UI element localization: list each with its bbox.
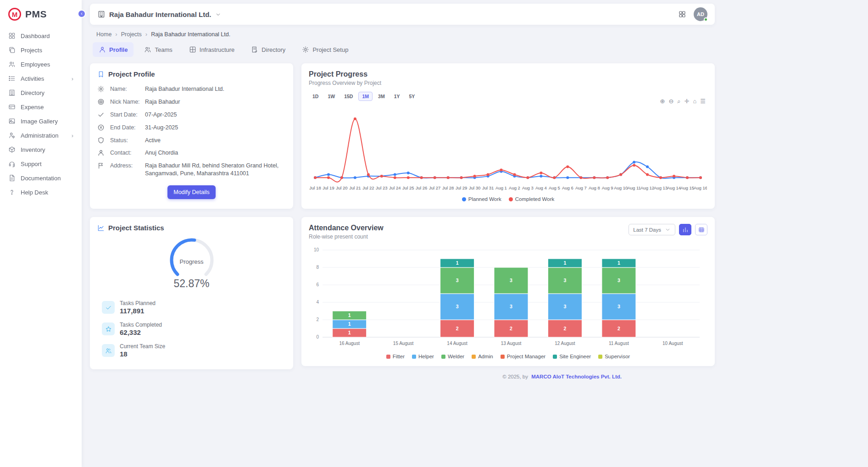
field-label: Name: — [110, 85, 140, 93]
svg-text:Jul 18: Jul 18 — [309, 185, 321, 190]
sidebar-item-support[interactable]: Support — [5, 157, 77, 171]
breadcrumb-item-home[interactable]: Home — [96, 31, 111, 38]
sidebar-item-dashboard[interactable]: Dashboard — [5, 29, 77, 43]
card-title: Attendance Overview — [309, 224, 384, 232]
sidebar-item-employees[interactable]: Employees — [5, 57, 77, 71]
breadcrumb-item-projects[interactable]: Projects — [121, 31, 142, 38]
tab-profile[interactable]: Profile — [93, 42, 134, 57]
sidebar-item-inventory[interactable]: Inventory — [5, 143, 77, 156]
svg-text:3: 3 — [563, 278, 566, 283]
stat-icon-box — [102, 322, 115, 335]
svg-text:Aug 6: Aug 6 — [562, 185, 573, 190]
tab-infrastructure[interactable]: Infrastructure — [183, 42, 241, 57]
zoom-in-icon[interactable]: ⊕ — [660, 98, 665, 104]
svg-text:16 August: 16 August — [339, 341, 360, 346]
range-1d-button[interactable]: 1D — [309, 92, 322, 101]
breadcrumb: Home›Projects›Raja Bahadur International… — [96, 31, 713, 38]
modify-details-button[interactable]: Modify Details — [167, 185, 216, 199]
svg-text:1: 1 — [348, 321, 351, 327]
sidebar-nav: Dashboard Projects Employees Activities … — [0, 26, 82, 202]
home-icon[interactable]: ⌂ — [693, 98, 696, 104]
project-statistics-title: Project Statistics — [108, 224, 164, 232]
attendance-bar-chart[interactable]: 024681011116 August15 August233114 Augus… — [309, 245, 707, 352]
chevron-right-icon: › — [72, 133, 73, 139]
svg-text:Aug 15: Aug 15 — [680, 185, 694, 190]
sidebar-item-image-gallery[interactable]: Image Gallery — [5, 114, 77, 128]
directory-check-icon — [251, 46, 258, 53]
legend-item-planned-work[interactable]: Planned Work — [462, 196, 501, 202]
zoom-icon[interactable]: ⌕ — [677, 98, 680, 104]
svg-text:Aug 9: Aug 9 — [602, 185, 613, 190]
legend-item-helper[interactable]: Helper — [412, 354, 434, 359]
legend-item-fitter[interactable]: Fitter — [386, 354, 405, 359]
employees-icon — [8, 61, 16, 68]
bar-chart-legend: Fitter Helper Welder Admin Project Manag… — [309, 354, 707, 359]
table-view-toggle-button[interactable] — [695, 224, 707, 235]
sidebar-item-documentation[interactable]: Documentation — [5, 171, 77, 185]
sidebar-item-directory[interactable]: Directory — [5, 86, 77, 100]
sidebar-item-label: Help Desk — [21, 189, 48, 196]
field-value: Active — [145, 137, 286, 145]
svg-text:Aug 11: Aug 11 — [627, 185, 640, 190]
sidebar-item-activities[interactable]: Activities › — [5, 72, 77, 85]
tab-project-setup[interactable]: Project Setup — [296, 42, 354, 57]
legend-item-site-engineer[interactable]: Site Engineer — [553, 354, 591, 359]
range-15d-button[interactable]: 15D — [340, 92, 356, 101]
field-label: Status: — [110, 137, 140, 145]
svg-text:Aug 13: Aug 13 — [654, 185, 668, 190]
field-label: Contact: — [110, 149, 140, 157]
svg-text:Jul 28: Jul 28 — [442, 185, 454, 190]
legend-item-admin[interactable]: Admin — [472, 354, 493, 359]
sidebar-item-administration[interactable]: Administration › — [5, 128, 77, 142]
sidebar-item-projects[interactable]: Projects — [5, 43, 77, 57]
range-5y-button[interactable]: 5Y — [405, 92, 418, 101]
svg-text:Jul 29: Jul 29 — [456, 185, 467, 190]
legend-item-project-manager[interactable]: Project Manager — [501, 354, 545, 359]
footer-link[interactable]: MARCO AIoT Technologies Pvt. Ltd. — [531, 374, 622, 379]
pan-icon[interactable]: ✛ — [684, 98, 690, 104]
tab-directory[interactable]: Directory — [245, 42, 291, 57]
sidebar-item-expense[interactable]: Expense — [5, 100, 77, 114]
legend-item-supervisor[interactable]: Supervisor — [598, 354, 630, 359]
legend-label: Site Engineer — [559, 354, 591, 359]
brand-logo[interactable]: M PMS — [0, 0, 82, 26]
svg-text:1: 1 — [348, 312, 351, 318]
svg-text:Aug 5: Aug 5 — [549, 185, 560, 190]
profile-field-address: Address: Raja Bahadur Mill Rd, behind Sh… — [97, 162, 286, 178]
range-1w-button[interactable]: 1W — [324, 92, 339, 101]
card-subtitle: Progress Overview by Project — [309, 80, 707, 86]
sidebar-item-help-desk[interactable]: Help Desk — [5, 185, 77, 199]
time-range-buttons: 1D1W15D1M3M1Y5Y — [309, 92, 707, 101]
svg-text:Aug 16: Aug 16 — [694, 185, 707, 190]
sidebar-collapse-button[interactable]: ‹ — [78, 10, 86, 18]
company-selector[interactable]: Raja Bahadur International Ltd. — [97, 10, 221, 18]
field-label: Start Date: — [110, 111, 140, 119]
legend-item-completed-work[interactable]: Completed Work — [509, 196, 554, 202]
field-value: Raja Bahadur International Ltd. — [145, 85, 286, 93]
range-1m-button[interactable]: 1M — [358, 92, 373, 101]
bar-view-toggle-button[interactable] — [679, 224, 691, 235]
zoom-out-icon[interactable]: ⊖ — [668, 98, 673, 104]
user-avatar[interactable]: AD — [694, 7, 707, 21]
stat-item-current-team-size: Current Team Size 18 — [102, 343, 286, 358]
tab-teams[interactable]: Teams — [138, 42, 178, 57]
card-subtitle: Role-wise present count — [309, 234, 384, 240]
legend-item-welder[interactable]: Welder — [441, 354, 464, 359]
svg-text:Jul 19: Jul 19 — [323, 185, 334, 190]
profile-field-start-date: Start Date: 07-Apr-2025 — [97, 111, 286, 119]
menu-icon[interactable]: ☰ — [700, 98, 706, 104]
sidebar-item-label: Documentation — [21, 175, 61, 182]
gauge-label: Progress — [97, 258, 286, 265]
app-root: M PMS Dashboard Projects Employees Activ… — [0, 0, 868, 379]
range-3m-button[interactable]: 3M — [374, 92, 389, 101]
apps-grid-icon[interactable] — [678, 10, 686, 18]
field-label: End Date: — [110, 124, 140, 132]
check-icon — [97, 111, 105, 118]
profile-field-status: Status: Active — [97, 137, 286, 145]
employees-icon — [144, 46, 151, 53]
svg-text:Jul 24: Jul 24 — [389, 185, 401, 190]
date-range-select[interactable]: Last 7 Days — [629, 224, 675, 235]
progress-line-chart[interactable]: Jul 18Jul 19Jul 20Jul 21Jul 22Jul 23Jul … — [309, 104, 707, 195]
range-1y-button[interactable]: 1Y — [390, 92, 404, 101]
breadcrumb-item-raja-bahadur-international-ltd[interactable]: Raja Bahadur International Ltd. — [151, 31, 230, 38]
